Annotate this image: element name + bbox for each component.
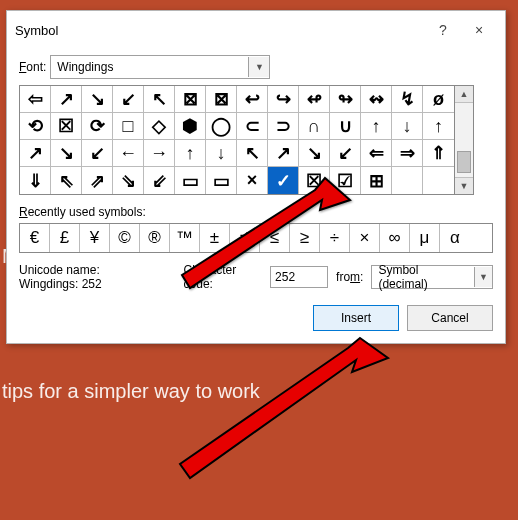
recent-symbol-cell[interactable]: ≥ bbox=[290, 224, 320, 252]
symbol-cell[interactable]: ↫ bbox=[299, 86, 330, 113]
cancel-button[interactable]: Cancel bbox=[407, 305, 493, 331]
symbol-cell[interactable]: ▭ bbox=[206, 167, 237, 194]
recent-symbols-grid: €£¥©®™±≠≤≥÷×∞μα bbox=[19, 223, 493, 253]
symbol-cell[interactable]: ↖ bbox=[144, 86, 175, 113]
symbol-cell[interactable]: ← bbox=[113, 140, 144, 167]
symbol-cell[interactable]: ↭ bbox=[361, 86, 392, 113]
symbol-cell[interactable]: ◇ bbox=[144, 113, 175, 140]
symbol-cell[interactable]: ⇒ bbox=[392, 140, 423, 167]
symbol-cell[interactable]: ⇖ bbox=[51, 167, 82, 194]
char-code-input[interactable] bbox=[270, 266, 328, 288]
symbol-cell[interactable]: ▭ bbox=[175, 167, 206, 194]
unicode-name-label: Unicode name: bbox=[19, 263, 176, 277]
symbol-cell[interactable]: → bbox=[144, 140, 175, 167]
recent-symbol-cell[interactable]: ≤ bbox=[260, 224, 290, 252]
from-dropdown-icon[interactable]: ▼ bbox=[474, 267, 492, 287]
from-value: Symbol (decimal) bbox=[372, 263, 473, 291]
recent-symbol-cell[interactable]: ¥ bbox=[80, 224, 110, 252]
symbol-cell[interactable]: ⊞ bbox=[361, 167, 392, 194]
symbol-cell[interactable]: ↬ bbox=[330, 86, 361, 113]
symbol-cell[interactable]: ↙ bbox=[330, 140, 361, 167]
recent-symbol-cell[interactable]: μ bbox=[410, 224, 440, 252]
recent-symbol-cell[interactable]: α bbox=[440, 224, 470, 252]
font-select[interactable]: ▼ bbox=[50, 55, 270, 79]
symbol-cell[interactable]: ∩ bbox=[299, 113, 330, 140]
symbol-cell[interactable]: ☒ bbox=[51, 113, 82, 140]
symbol-cell[interactable]: ⇦ bbox=[20, 86, 51, 113]
recent-symbol-cell[interactable]: ∞ bbox=[380, 224, 410, 252]
symbol-cell[interactable]: ↗ bbox=[268, 140, 299, 167]
recent-symbol-cell[interactable]: ÷ bbox=[320, 224, 350, 252]
recent-label: Recently used symbols: bbox=[19, 205, 493, 219]
symbol-cell[interactable]: ↙ bbox=[113, 86, 144, 113]
scroll-up-icon[interactable]: ▲ bbox=[455, 86, 473, 103]
symbol-cell[interactable]: ↑ bbox=[175, 140, 206, 167]
symbol-cell[interactable]: ⟳ bbox=[82, 113, 113, 140]
symbol-cell[interactable]: ø bbox=[423, 86, 454, 113]
symbol-dialog: Symbol ? × Font: ▼ ⇦↗↘↙↖⊠⊠↩↪↫↬↭↯ø⟲☒⟳□◇⬢◯… bbox=[6, 10, 506, 344]
char-code-label: Character code: bbox=[184, 263, 267, 291]
symbol-cell[interactable]: ↓ bbox=[206, 140, 237, 167]
symbol-cell[interactable]: ⇘ bbox=[113, 167, 144, 194]
symbol-cell[interactable]: ⊃ bbox=[268, 113, 299, 140]
symbol-cell[interactable]: ✓ bbox=[268, 167, 299, 194]
svg-marker-1 bbox=[180, 338, 388, 478]
symbol-grid-wrap: ⇦↗↘↙↖⊠⊠↩↪↫↬↭↯ø⟲☒⟳□◇⬢◯⊂⊃∩∪↑↓↑↗↘↙←→↑↓↖↗↘↙⇐… bbox=[19, 85, 493, 195]
symbol-cell[interactable]: ⊂ bbox=[237, 113, 268, 140]
symbol-cell[interactable]: ↘ bbox=[51, 140, 82, 167]
symbol-cell[interactable]: □ bbox=[113, 113, 144, 140]
unicode-name-value: Wingdings: 252 bbox=[19, 277, 176, 291]
insert-button[interactable]: Insert bbox=[313, 305, 399, 331]
font-label: Font: bbox=[19, 60, 46, 74]
help-button[interactable]: ? bbox=[425, 17, 461, 43]
recent-symbol-cell[interactable]: © bbox=[110, 224, 140, 252]
annotation-arrow-2 bbox=[170, 330, 400, 490]
recent-symbol-cell[interactable]: × bbox=[350, 224, 380, 252]
symbol-cell[interactable]: ⇙ bbox=[144, 167, 175, 194]
titlebar: Symbol ? × bbox=[7, 11, 505, 49]
symbol-cell[interactable]: ↑ bbox=[423, 113, 454, 140]
recent-symbol-cell[interactable]: £ bbox=[50, 224, 80, 252]
scroll-track[interactable] bbox=[455, 103, 473, 177]
from-label: from: bbox=[336, 270, 363, 284]
recent-symbol-cell[interactable]: ™ bbox=[170, 224, 200, 252]
from-select[interactable]: Symbol (decimal) ▼ bbox=[371, 265, 493, 289]
symbol-cell[interactable]: ↘ bbox=[82, 86, 113, 113]
symbol-cell[interactable]: ⬢ bbox=[175, 113, 206, 140]
symbol-cell[interactable]: ⇐ bbox=[361, 140, 392, 167]
recent-symbol-cell[interactable]: € bbox=[20, 224, 50, 252]
symbol-cell[interactable]: ☑ bbox=[330, 167, 361, 194]
symbol-cell[interactable]: ↯ bbox=[392, 86, 423, 113]
symbol-grid: ⇦↗↘↙↖⊠⊠↩↪↫↬↭↯ø⟲☒⟳□◇⬢◯⊂⊃∩∪↑↓↑↗↘↙←→↑↓↖↗↘↙⇐… bbox=[19, 85, 455, 195]
font-dropdown-icon[interactable]: ▼ bbox=[248, 57, 269, 77]
symbol-cell[interactable]: ⟲ bbox=[20, 113, 51, 140]
symbol-cell[interactable] bbox=[392, 167, 423, 194]
symbol-cell[interactable]: ↑ bbox=[361, 113, 392, 140]
symbol-cell[interactable] bbox=[423, 167, 454, 194]
symbol-cell[interactable]: ↗ bbox=[20, 140, 51, 167]
symbol-cell[interactable]: ↘ bbox=[299, 140, 330, 167]
symbol-cell[interactable]: ∪ bbox=[330, 113, 361, 140]
symbol-cell[interactable]: ◯ bbox=[206, 113, 237, 140]
recent-symbol-cell[interactable]: ± bbox=[200, 224, 230, 252]
scroll-down-icon[interactable]: ▼ bbox=[455, 177, 473, 194]
symbol-cell[interactable]: ⇗ bbox=[82, 167, 113, 194]
symbol-cell[interactable]: ⊠ bbox=[206, 86, 237, 113]
grid-scrollbar[interactable]: ▲ ▼ bbox=[455, 85, 474, 195]
symbol-cell[interactable]: ↖ bbox=[237, 140, 268, 167]
symbol-cell[interactable]: ↗ bbox=[51, 86, 82, 113]
symbol-cell[interactable]: ⇑ bbox=[423, 140, 454, 167]
symbol-cell[interactable]: × bbox=[237, 167, 268, 194]
close-button[interactable]: × bbox=[461, 17, 497, 43]
font-input[interactable] bbox=[51, 57, 248, 77]
symbol-cell[interactable]: ↙ bbox=[82, 140, 113, 167]
scroll-thumb[interactable] bbox=[457, 151, 471, 173]
symbol-cell[interactable]: ↪ bbox=[268, 86, 299, 113]
symbol-cell[interactable]: ↩ bbox=[237, 86, 268, 113]
symbol-cell[interactable]: ☒ bbox=[299, 167, 330, 194]
recent-symbol-cell[interactable]: ® bbox=[140, 224, 170, 252]
symbol-cell[interactable]: ⊠ bbox=[175, 86, 206, 113]
symbol-cell[interactable]: ⇓ bbox=[20, 167, 51, 194]
symbol-cell[interactable]: ↓ bbox=[392, 113, 423, 140]
recent-symbol-cell[interactable]: ≠ bbox=[230, 224, 260, 252]
